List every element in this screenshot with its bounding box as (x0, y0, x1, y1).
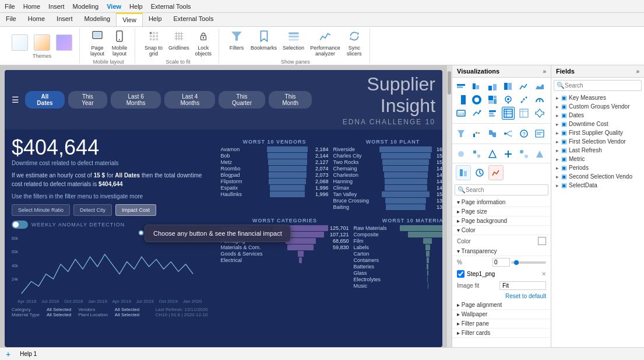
viz-line[interactable] (518, 80, 530, 93)
viz-decomp-tree[interactable] (502, 127, 515, 140)
transparency-section[interactable]: ▾ Transparency (452, 247, 551, 256)
color-swatch[interactable] (538, 237, 546, 245)
viz-icon-extra5[interactable] (518, 148, 530, 160)
sync-slicers-btn[interactable]: Syncslicers (344, 27, 365, 58)
theme-btn-2[interactable] (31, 33, 52, 52)
scroll-thumb[interactable] (448, 71, 451, 95)
field-item[interactable]: ▸ ▣ First Selection Vendor (551, 137, 644, 146)
page-info-section[interactable]: ▾ Page information (452, 198, 551, 207)
hamburger-icon[interactable]: ☰ (12, 95, 19, 104)
field-item[interactable]: ▸ ▣ First Supplier Quality (551, 128, 644, 137)
select-minute-ratio-btn[interactable]: Select Minute Ratio (12, 204, 70, 216)
menu-home[interactable]: Home (23, 3, 40, 10)
image-fit-select[interactable] (499, 281, 546, 290)
menu-view[interactable]: View (107, 3, 121, 10)
menu-modeling[interactable]: Modeling (73, 3, 99, 10)
viz-area[interactable] (533, 80, 546, 93)
wallpaper-section[interactable]: ▸ Wallpaper (452, 310, 551, 319)
viz-100-stacked[interactable] (502, 80, 515, 93)
viz-icon-extra6[interactable] (533, 148, 546, 160)
viz-smart-narrative[interactable] (533, 127, 546, 140)
viz-map[interactable] (502, 93, 515, 106)
add-page-btn[interactable]: + (2, 349, 14, 359)
perf-analyzer-btn[interactable]: Performanceanalyzer (308, 27, 343, 58)
transparency-slider[interactable] (511, 261, 546, 264)
menu-external-tools[interactable]: External Tools (151, 3, 191, 10)
viz-search-input[interactable] (466, 187, 546, 193)
ribbon-tab-home[interactable]: Home (22, 13, 51, 26)
menu-file[interactable]: File (5, 3, 15, 10)
build-fields-icon[interactable] (456, 165, 471, 180)
filters-btn[interactable]: Filters (226, 27, 247, 58)
theme-btn-1[interactable] (9, 33, 30, 52)
lock-objects-btn[interactable]: Lockobjects (193, 27, 214, 58)
reset-default-link[interactable]: Reset to default (452, 292, 551, 300)
page-layout-btn[interactable]: Pagelayout (87, 27, 108, 58)
field-item[interactable]: ▸ ▣ Last Refresh (551, 146, 644, 155)
viz-search-box[interactable]: 🔍 (455, 184, 548, 195)
ribbon-tab-modeling[interactable]: Modeling (79, 13, 117, 26)
ribbon-tab-insert[interactable]: Insert (51, 13, 79, 26)
viz-ribbon[interactable] (486, 127, 499, 140)
viz-funnel[interactable] (455, 127, 467, 140)
field-item[interactable]: ▸ ▣ SelectData (551, 181, 644, 190)
viz-scatter[interactable] (518, 93, 530, 106)
viz-waterfall[interactable] (470, 127, 483, 140)
field-item[interactable]: ▸ ▣ Periods (551, 163, 644, 172)
filter-all-dates[interactable]: All Dates (25, 91, 65, 109)
ribbon-tab-file[interactable]: File (0, 13, 22, 26)
field-item[interactable]: ▸ ▣ Metric (551, 155, 644, 163)
viz-table[interactable] (502, 107, 515, 120)
viz-gauge[interactable] (533, 93, 546, 106)
filter-this-month[interactable]: This Month (269, 91, 312, 109)
viz-treemap[interactable] (486, 93, 499, 106)
selection-btn[interactable]: Selection (280, 27, 307, 58)
ribbon-tab-view[interactable]: View (116, 13, 143, 26)
field-item[interactable]: ▸ ▣ Custom Groups Vendor (551, 102, 644, 111)
viz-kpi[interactable] (470, 107, 483, 120)
filter-cards-section[interactable]: ▸ Filter cards (452, 328, 551, 338)
build-analytics-icon[interactable] (488, 165, 504, 180)
snap-grid-btn[interactable]: Snap togrid (142, 27, 165, 58)
detect-city-btn[interactable]: Detect City (73, 204, 112, 216)
fields-search-box[interactable]: 🔍 (554, 80, 642, 91)
fields-panel-collapse[interactable]: » (636, 68, 639, 75)
filter-last-4-months[interactable]: Last 4 Months (164, 91, 215, 109)
color-section[interactable]: ▾ Color (452, 226, 551, 235)
image-checkbox[interactable] (457, 270, 464, 278)
toggle-switch[interactable] (12, 221, 28, 229)
viz-qanda[interactable]: ? (518, 127, 530, 140)
viz-card[interactable]: 123 (455, 107, 467, 120)
viz-stacked-bar[interactable] (455, 80, 467, 93)
field-item[interactable]: ▸ ▣ Dates (551, 111, 644, 120)
ribbon-tab-help[interactable]: Help (143, 13, 168, 26)
filter-this-year[interactable]: This Year (68, 91, 107, 109)
viz-icon-extra4[interactable] (502, 148, 515, 160)
field-item[interactable]: ▸ ▣ Second Selection Vendo (551, 172, 644, 181)
viz-icon-extra2[interactable] (470, 148, 483, 160)
close-checkbox-icon[interactable]: ✕ (541, 271, 546, 277)
filter-pane-section[interactable]: ▸ Filter pane (452, 319, 551, 328)
theme-btn-3[interactable] (54, 33, 75, 52)
field-item[interactable]: ▸ ▣ Downtime Cost (551, 120, 644, 128)
viz-custom[interactable] (533, 107, 546, 120)
filter-this-quarter[interactable]: This Quarter (219, 91, 265, 109)
ribbon-tab-external[interactable]: External Tools (168, 13, 220, 26)
page-alignment-section[interactable]: ▸ Page alignment (452, 300, 551, 310)
field-item[interactable]: ▸ ▣ Key Measures (551, 93, 644, 102)
fields-search-input[interactable] (565, 82, 639, 89)
gridlines-btn[interactable]: Gridlines (166, 27, 192, 58)
viz-clustered-bar[interactable] (470, 80, 483, 93)
page-bg-section[interactable]: ▸ Page background (452, 216, 551, 226)
menu-help[interactable]: Help (129, 3, 143, 10)
viz-panel-collapse[interactable]: » (543, 68, 546, 75)
mobile-layout-btn[interactable]: Mobilelayout (109, 27, 130, 58)
viz-icon-extra3[interactable] (486, 148, 499, 160)
build-format-icon[interactable] (472, 165, 487, 180)
filter-last-6-months[interactable]: Last 6 Months (111, 91, 161, 109)
impact-cost-btn[interactable]: Impact Cost (115, 204, 156, 216)
bookmarks-btn[interactable]: Bookmarks (248, 27, 279, 58)
viz-donut[interactable] (470, 93, 483, 106)
transparency-input[interactable] (492, 258, 510, 267)
viz-matrix[interactable] (518, 107, 530, 120)
